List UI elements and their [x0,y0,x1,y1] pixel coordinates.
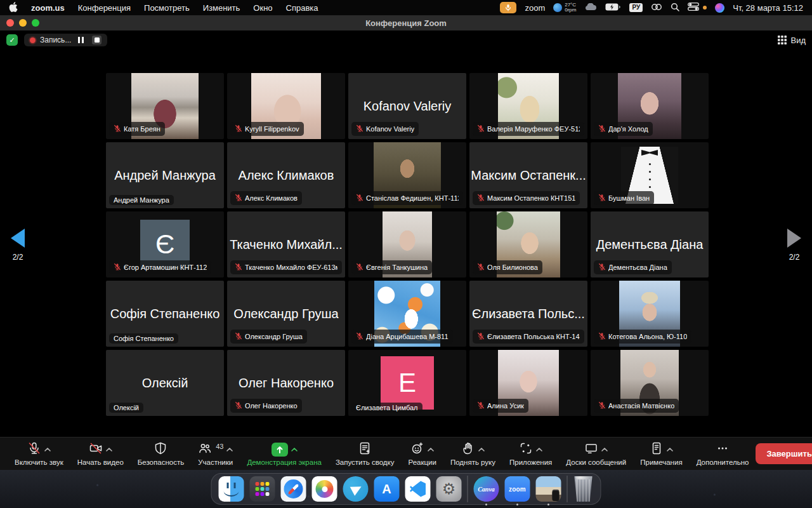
menubar-item[interactable]: Окно [253,3,272,13]
participant-tile[interactable]: Дар'я Холод [591,73,709,139]
siri-icon[interactable] [715,3,724,13]
participant-tile[interactable]: Валерія Маруфенко ФЕУ-512 [469,73,587,139]
dock-trash-icon[interactable] [573,476,594,502]
dock-appstore-icon[interactable] [374,476,400,502]
start-summary-button[interactable]: Запустить сводку [329,441,402,466]
chevron-up-icon[interactable] [106,448,112,451]
dock-stack-icon[interactable] [536,476,561,502]
active-mic-indicator[interactable] [500,2,516,13]
muted-mic-icon [114,123,121,135]
participant-tile[interactable]: Станіслав Федишен, КНТ-112 [348,142,466,208]
dock-settings-icon[interactable] [436,476,462,502]
menubar-item[interactable]: Конференция [78,3,131,13]
search-icon[interactable] [671,3,679,13]
chevron-up-icon[interactable] [536,448,542,451]
chevron-up-icon[interactable] [428,448,434,451]
participant-tile[interactable]: Андрей МанжураАндрей Манжура [106,142,224,208]
end-meeting-button[interactable]: Завершить [756,443,812,464]
chevron-up-icon[interactable] [667,448,673,451]
security-button[interactable]: Безопасность [131,441,191,466]
more-icon [716,441,730,458]
cloud-icon[interactable] [584,3,597,13]
apple-menu-icon[interactable] [9,2,18,14]
participant-tile[interactable]: EЄлизавета Цимбал [348,350,466,416]
apps-button[interactable]: Приложения [502,441,559,466]
participant-tile[interactable]: Єлизавета Польс...Єлизавета Польська КНТ… [469,281,587,347]
participant-tile[interactable]: Ткаченко Михайл...Ткаченко Михайло ФЕУ-6… [227,211,345,277]
chevron-up-icon[interactable] [44,448,51,451]
participant-tile[interactable]: Євгенія Танкушина [348,211,466,277]
participant-tile[interactable]: Kofanov ValeriyKofanov Valeriy [348,73,466,139]
raise-hand-button[interactable]: Поднять руку [443,441,502,466]
previous-page-control[interactable]: 2/2 [4,229,32,262]
whiteboards-button[interactable]: Доски сообщений [559,441,633,466]
dock-telegram-icon[interactable] [343,476,369,502]
participant-tile[interactable]: Kyryll Filippenkov [227,73,345,139]
participant-name: Олексій [114,404,139,411]
pause-recording-button[interactable] [78,37,84,43]
dock-vscode-icon[interactable] [405,476,431,502]
participant-nametag: Станіслав Федишен, КНТ-112 [351,191,463,205]
chevron-up-icon[interactable] [478,448,485,451]
menubar-item[interactable]: Справка [286,3,318,13]
participant-tile[interactable]: Олег НакоренкоОлег Накоренко [227,350,345,416]
participant-tile[interactable]: Олександр ГрушаОлександр Груша [227,281,345,347]
participant-tile[interactable]: Бушман Іван [591,142,709,208]
weather-widget[interactable]: 27°C 0rpm [553,3,576,13]
participant-tile[interactable]: Софія СтепаненкоСофія Степаненко [106,281,224,347]
participant-nametag: Єлизавета Польська КНТ-141 [473,330,584,344]
participant-nametag: Євгенія Танкушина [351,260,432,274]
dock-launchpad-icon[interactable] [250,476,275,502]
participants-button[interactable]: 43Участники [191,441,240,466]
participant-tile[interactable]: ОлексійОлексій [106,350,224,416]
dock-photos-icon[interactable] [312,476,337,502]
participant-tile[interactable]: Алина Усик [469,350,587,416]
notes-button[interactable]: Примечания [633,441,689,466]
participant-tile[interactable]: Дементьєва ДіанаДементьєва Діана [591,211,709,277]
muted-mic-icon [598,400,606,411]
share-screen-button[interactable]: Демонстрация экрана [240,441,329,466]
dock-canva-icon[interactable] [474,476,499,502]
next-page-arrow-icon[interactable] [787,229,801,248]
participant-nametag: Софія Степаненко [109,333,178,344]
menubar-item[interactable]: Посмотреть [144,3,190,13]
chevron-up-icon[interactable] [291,448,298,451]
participant-tile[interactable]: Максим Остапенк...Максим Остапенко КНТ15… [469,142,587,208]
menubar-items: КонференцияПосмотретьИзменитьОкноСправка [78,3,318,13]
menubar-app-name[interactable]: zoom.us [31,3,65,13]
participant-tile[interactable]: Оля Билионова [469,211,587,277]
participant-tile[interactable]: Катя Бреян [106,73,224,139]
participant-nametag: Єлизавета Цимбал [351,403,422,413]
dock-safari-icon[interactable] [281,476,306,502]
dock-finder-icon[interactable] [219,476,244,502]
participant-tile[interactable]: Діана Арцибашева М-811 [348,281,466,347]
participant-tile[interactable]: Алекс КлимаковАлекс Климаков [227,142,345,208]
encryption-shield-icon[interactable]: ✓ [6,34,18,46]
handoff-icon[interactable] [651,3,662,13]
start-video-button[interactable]: Начать видео [70,441,131,466]
menubar-clock[interactable]: Чт, 28 марта 15:12 [733,3,803,13]
minimize-window-button[interactable] [19,19,27,27]
participant-tile[interactable]: ЄЄгор Артамошин КНТ-112 [106,211,224,277]
previous-page-arrow-icon[interactable] [11,229,25,248]
participant-tile[interactable]: Котегова Альона, Ю-110 [591,281,709,347]
reactions-button[interactable]: Реакции [402,441,443,466]
next-page-control[interactable]: 2/2 [780,229,808,262]
dock-zoomapp-icon[interactable] [505,476,530,502]
stop-recording-button[interactable] [92,36,102,44]
control-center-icon[interactable] [688,3,699,13]
more-button[interactable]: Дополнительно [690,441,756,466]
unmute-button[interactable]: Включить звук [8,441,70,466]
close-window-button[interactable] [6,19,14,27]
muted-mic-icon [477,123,485,135]
input-source-badge[interactable]: РУ [629,3,643,12]
notes-icon [650,441,664,458]
view-button[interactable]: Вид [778,36,806,45]
battery-icon[interactable] [605,3,621,13]
chevron-up-icon[interactable] [226,448,233,451]
participant-tile[interactable]: Анастасія Матвієнко [591,350,709,416]
menubar-item[interactable]: Изменить [203,3,240,13]
chevron-up-icon[interactable] [601,448,608,451]
participant-nametag: Алина Усик [473,399,528,413]
fullscreen-window-button[interactable] [32,19,39,27]
